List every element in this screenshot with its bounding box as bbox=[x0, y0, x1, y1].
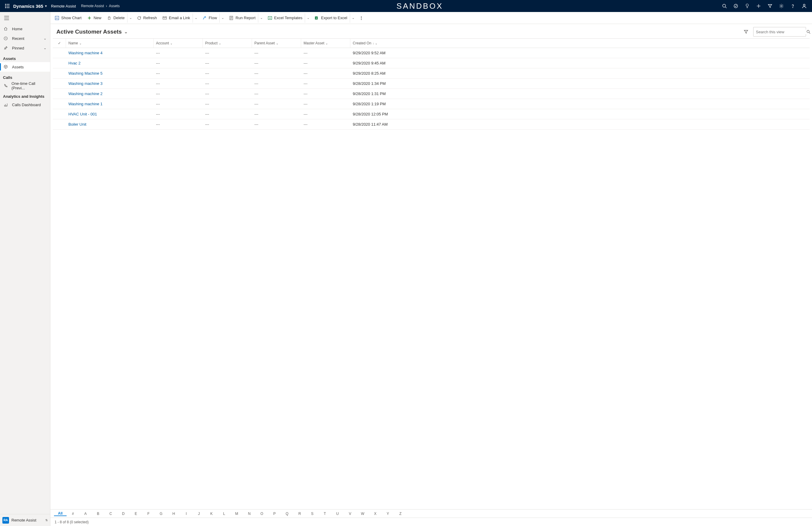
alpha-filter-y[interactable]: Y bbox=[381, 512, 394, 516]
alpha-filter-v[interactable]: V bbox=[344, 512, 356, 516]
cell-master: --- bbox=[301, 71, 350, 76]
filter-icon[interactable] bbox=[741, 27, 751, 36]
alpha-filter-u[interactable]: U bbox=[331, 512, 344, 516]
alpha-filter-q[interactable]: Q bbox=[281, 512, 293, 516]
run-report-chevron[interactable]: ⌄ bbox=[258, 13, 264, 23]
alpha-filter-c[interactable]: C bbox=[104, 512, 117, 516]
search-icon[interactable] bbox=[806, 30, 811, 34]
help-icon[interactable] bbox=[787, 0, 798, 12]
export-excel-button[interactable]: XExport to Excel bbox=[312, 13, 349, 23]
delete-chevron[interactable]: ⌄ bbox=[127, 13, 134, 23]
alpha-filter-g[interactable]: G bbox=[155, 512, 168, 516]
table-row[interactable]: Washing machine 3------------9/28/2020 1… bbox=[53, 78, 810, 89]
alpha-filter-x[interactable]: X bbox=[369, 512, 381, 516]
asset-name-link[interactable]: Washing machine 3 bbox=[68, 81, 103, 86]
table-row[interactable]: Washing machine 4------------9/29/2020 9… bbox=[53, 48, 810, 58]
show-chart-button[interactable]: Show Chart bbox=[52, 13, 84, 23]
status-bar: 1 - 8 of 8 (0 selected) bbox=[50, 517, 812, 526]
svg-rect-3 bbox=[5, 6, 6, 6]
sidebar-item-home[interactable]: Home bbox=[0, 24, 50, 33]
alpha-filter-e[interactable]: E bbox=[130, 512, 142, 516]
brand-label[interactable]: Dynamics 365 bbox=[13, 4, 43, 9]
alpha-filter-h[interactable]: H bbox=[168, 512, 180, 516]
asset-name-link[interactable]: Washing machine 4 bbox=[68, 51, 103, 55]
more-commands-button[interactable]: ⋮ bbox=[357, 13, 366, 23]
cell-account: --- bbox=[154, 81, 203, 86]
alpha-filter-all[interactable]: All bbox=[54, 511, 67, 516]
flow-button[interactable]: Flow bbox=[200, 13, 219, 23]
profile-icon[interactable] bbox=[799, 0, 810, 12]
alpha-filter-n[interactable]: N bbox=[243, 512, 256, 516]
hamburger-icon[interactable] bbox=[0, 12, 50, 24]
alpha-filter-m[interactable]: M bbox=[230, 512, 243, 516]
sidebar-app-switcher[interactable]: RA Remote Assist ⇅ bbox=[0, 514, 50, 526]
search-icon[interactable] bbox=[719, 0, 730, 12]
alpha-filter-p[interactable]: P bbox=[268, 512, 281, 516]
app-launcher-icon[interactable] bbox=[2, 1, 12, 11]
assistant-icon[interactable] bbox=[730, 0, 741, 12]
flow-chevron[interactable]: ⌄ bbox=[219, 13, 226, 23]
alpha-filter-b[interactable]: B bbox=[92, 512, 104, 516]
lightbulb-icon[interactable] bbox=[742, 0, 753, 12]
excel-templates-chevron[interactable]: ⌄ bbox=[305, 13, 311, 23]
table-row[interactable]: Boiler Unit------------9/28/2020 11:47 A… bbox=[53, 119, 810, 130]
column-account[interactable]: Account⌄ bbox=[154, 39, 203, 48]
column-master-asset[interactable]: Master Asset⌄ bbox=[301, 39, 350, 48]
table-row[interactable]: Washing machine 2------------9/28/2020 1… bbox=[53, 89, 810, 99]
alpha-filter-r[interactable]: R bbox=[293, 512, 306, 516]
gear-icon[interactable] bbox=[776, 0, 787, 12]
delete-button[interactable]: Delete bbox=[104, 13, 127, 23]
table-row[interactable]: Washing machine 1------------9/28/2020 1… bbox=[53, 99, 810, 109]
alpha-filter-o[interactable]: O bbox=[256, 512, 268, 516]
column-product[interactable]: Product⌄ bbox=[203, 39, 252, 48]
table-row[interactable]: Washing Machine 5------------9/29/2020 8… bbox=[53, 68, 810, 78]
sidebar-item-assets[interactable]: Assets bbox=[0, 62, 50, 72]
asset-name-link[interactable]: Hvac 2 bbox=[68, 61, 81, 65]
email-link-chevron[interactable]: ⌄ bbox=[192, 13, 199, 23]
run-report-button[interactable]: Run Report bbox=[227, 13, 258, 23]
alpha-filter-f[interactable]: F bbox=[142, 512, 155, 516]
app-name-label[interactable]: Remote Assist bbox=[51, 4, 76, 9]
table-row[interactable]: Hvac 2------------9/29/2020 9:45 AM bbox=[53, 58, 810, 68]
sidebar-item-recent[interactable]: Recent ⌄ bbox=[0, 33, 50, 43]
alpha-filter-d[interactable]: D bbox=[117, 512, 130, 516]
alpha-filter-l[interactable]: L bbox=[218, 512, 230, 516]
alpha-filter-j[interactable]: J bbox=[192, 512, 205, 516]
cell-account: --- bbox=[154, 61, 203, 65]
asset-name-link[interactable]: Boiler Unit bbox=[68, 122, 86, 127]
asset-name-link[interactable]: HVAC Unit - 001 bbox=[68, 112, 97, 116]
asset-name-link[interactable]: Washing machine 1 bbox=[68, 102, 103, 106]
column-parent-asset[interactable]: Parent Asset⌄ bbox=[252, 39, 301, 48]
column-created-on[interactable]: Created On ↓ ⌄ bbox=[350, 39, 810, 48]
alpha-filter-i[interactable]: I bbox=[180, 512, 192, 516]
alpha-filter-t[interactable]: T bbox=[319, 512, 331, 516]
sidebar-item-onetime-call[interactable]: One-time Call (Previ... bbox=[0, 81, 50, 90]
alpha-filter-k[interactable]: K bbox=[205, 512, 218, 516]
search-input[interactable] bbox=[756, 30, 806, 34]
alpha-filter-#[interactable]: # bbox=[67, 512, 79, 516]
table-row[interactable]: HVAC Unit - 001------------9/28/2020 12:… bbox=[53, 109, 810, 119]
phone-icon bbox=[4, 84, 9, 88]
sidebar-item-label: Recent bbox=[12, 36, 24, 41]
column-name[interactable]: Name⌄ bbox=[66, 39, 154, 48]
export-excel-chevron[interactable]: ⌄ bbox=[350, 13, 356, 23]
breadcrumb-root[interactable]: Remote Assist bbox=[81, 4, 104, 8]
filter-icon[interactable] bbox=[765, 0, 775, 12]
sidebar-item-pinned[interactable]: Pinned ⌄ bbox=[0, 43, 50, 53]
alpha-filter-s[interactable]: S bbox=[306, 512, 319, 516]
view-selector[interactable]: Active Customer Assets ⌄ bbox=[56, 29, 128, 35]
asset-name-link[interactable]: Washing machine 2 bbox=[68, 91, 103, 96]
main-area: Show Chart New Delete ⌄ Refresh Email a … bbox=[50, 12, 812, 526]
brand-chevron-icon[interactable]: ▾ bbox=[45, 4, 47, 8]
plus-icon[interactable] bbox=[753, 0, 764, 12]
refresh-button[interactable]: Refresh bbox=[134, 13, 160, 23]
email-link-button[interactable]: Email a Link bbox=[160, 13, 192, 23]
asset-name-link[interactable]: Washing Machine 5 bbox=[68, 71, 103, 76]
excel-templates-button[interactable]: XExcel Templates bbox=[265, 13, 305, 23]
sidebar-item-calls-dashboard[interactable]: Calls Dashboard bbox=[0, 100, 50, 109]
alpha-filter-a[interactable]: A bbox=[79, 512, 92, 516]
alpha-filter-w[interactable]: W bbox=[356, 512, 369, 516]
select-all-column[interactable]: ✓ bbox=[53, 39, 66, 48]
alpha-filter-z[interactable]: Z bbox=[394, 512, 407, 516]
new-button[interactable]: New bbox=[85, 13, 104, 23]
